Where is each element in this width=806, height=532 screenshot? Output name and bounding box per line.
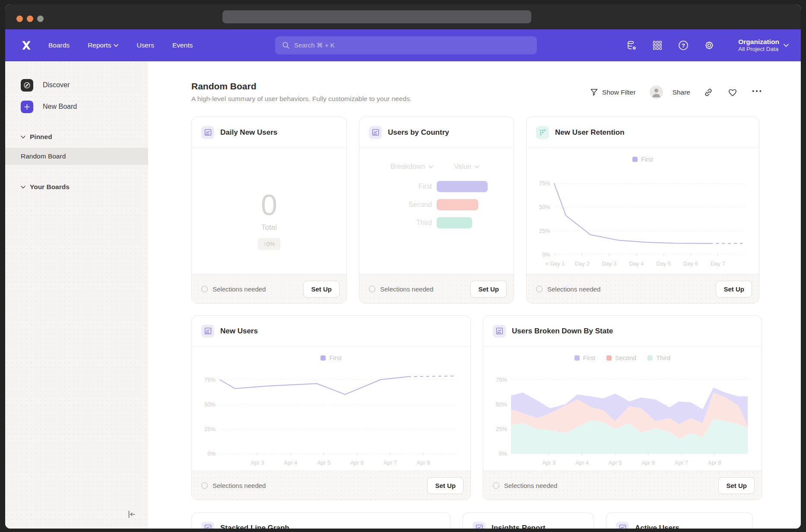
svg-text:< Day 1: < Day 1 bbox=[546, 260, 565, 267]
retention-grid-icon bbox=[536, 126, 549, 139]
board-name: Random Board bbox=[21, 152, 66, 160]
column-label: Breakdown bbox=[390, 163, 425, 171]
card-body: 0 Total ↑0% bbox=[192, 148, 346, 274]
svg-text:Apr 5: Apr 5 bbox=[609, 459, 622, 466]
window-close-button[interactable] bbox=[16, 16, 23, 22]
card-title: Insights Report bbox=[492, 524, 546, 529]
breakdown-bar bbox=[437, 217, 472, 228]
org-switcher[interactable]: Organization All Project Data bbox=[738, 38, 789, 53]
card-header: Users by Country bbox=[359, 117, 514, 148]
legend-swatch bbox=[574, 355, 580, 361]
show-filter-button[interactable]: Show Filter bbox=[590, 88, 636, 96]
card-title: Daily New Users bbox=[220, 128, 277, 137]
new-users-chart: First 75%50%25%0%Apr 3Apr 4Apr 5Apr 6Apr… bbox=[192, 347, 470, 471]
copy-link-icon[interactable] bbox=[703, 87, 714, 98]
legend-swatch bbox=[606, 355, 612, 361]
set-up-button[interactable]: Set Up bbox=[427, 477, 463, 494]
set-up-button[interactable]: Set Up bbox=[470, 281, 507, 298]
status-label: Selections needed bbox=[380, 285, 433, 293]
settings-gear-icon[interactable] bbox=[704, 40, 715, 51]
svg-text:Apr 6: Apr 6 bbox=[641, 459, 655, 466]
sidebar-item-label: New Board bbox=[43, 103, 77, 111]
card-title: New Users bbox=[220, 327, 258, 336]
card-daily-new-users: Daily New Users 0 Total ↑0% Selections n… bbox=[191, 117, 347, 304]
breakdown-row: First bbox=[359, 181, 514, 192]
card-header: New Users bbox=[192, 316, 470, 347]
chevron-down-icon bbox=[114, 44, 118, 47]
sidebar: Discover New Board Pinned Random Board bbox=[5, 61, 148, 529]
card-title: New User Retention bbox=[555, 128, 625, 137]
card-footer: Selections needed Set Up bbox=[192, 274, 346, 303]
apps-grid-icon[interactable] bbox=[652, 40, 663, 51]
set-up-button[interactable]: Set Up bbox=[303, 281, 340, 298]
browser-url-bar[interactable] bbox=[222, 10, 531, 23]
card-new-users: New Users First 75%50%25%0%Apr 3Apr 4Apr… bbox=[191, 315, 471, 500]
collapse-sidebar-icon[interactable] bbox=[126, 509, 137, 520]
sidebar-section-pinned[interactable]: Pinned bbox=[5, 133, 148, 141]
sidebar-item-new-board[interactable]: New Board bbox=[5, 100, 148, 113]
value-dropdown[interactable]: Value bbox=[454, 163, 479, 171]
metric-value: 0 bbox=[261, 188, 277, 222]
status-circle-icon bbox=[369, 286, 375, 292]
sidebar-item-discover[interactable]: Discover bbox=[5, 79, 148, 92]
breakdown-row: Third bbox=[359, 217, 514, 228]
data-management-icon[interactable] bbox=[626, 40, 637, 51]
breakdown-row: Second bbox=[359, 199, 514, 210]
set-up-button[interactable]: Set Up bbox=[716, 281, 752, 298]
favorite-heart-icon[interactable] bbox=[727, 87, 738, 98]
help-icon[interactable]: ? bbox=[678, 40, 689, 51]
chevron-down-icon bbox=[21, 186, 25, 189]
line-chart-icon bbox=[201, 126, 214, 139]
page-title: Random Board bbox=[191, 81, 412, 92]
nav-item-reports[interactable]: Reports bbox=[88, 41, 118, 49]
window-minimize-button[interactable] bbox=[27, 16, 33, 22]
legend-item: Second bbox=[606, 355, 636, 361]
search-input[interactable]: Search ⌘ + K bbox=[275, 36, 537, 54]
card-title: Users by Country bbox=[388, 128, 449, 137]
nav-item-users[interactable]: Users bbox=[136, 41, 154, 49]
card-header: Insights Report bbox=[463, 513, 593, 529]
svg-text:50%: 50% bbox=[496, 401, 507, 408]
svg-text:75%: 75% bbox=[496, 377, 507, 383]
card-body: First 75%50%25%0%Apr 3Apr 4Apr 5Apr 6Apr… bbox=[192, 347, 470, 471]
sidebar-section-your-boards[interactable]: Your Boards bbox=[5, 183, 148, 191]
nav-item-events[interactable]: Events bbox=[172, 41, 193, 49]
card-body: First 75%50%25%0%< Day 1Day 2Day 3Day 4D… bbox=[527, 148, 759, 274]
svg-text:Apr 3: Apr 3 bbox=[251, 459, 264, 466]
card-header: Daily New Users bbox=[192, 117, 346, 148]
svg-text:Apr 7: Apr 7 bbox=[384, 459, 397, 466]
share-button[interactable]: Share bbox=[673, 89, 690, 96]
more-options-icon[interactable] bbox=[752, 87, 762, 98]
sidebar-item-random-board[interactable]: Random Board bbox=[5, 148, 148, 165]
mixpanel-logo-icon[interactable] bbox=[21, 40, 32, 51]
page-subtitle: A high-level summary of user behaviors. … bbox=[191, 95, 412, 103]
breakdown-bar bbox=[437, 181, 488, 192]
status-label: Selections needed bbox=[213, 482, 266, 489]
breakdown-dropdown[interactable]: Breakdown bbox=[390, 163, 433, 171]
status-label: Selections needed bbox=[213, 285, 266, 293]
window-zoom-button[interactable] bbox=[37, 16, 44, 22]
breakdown-columns: Breakdown Value bbox=[359, 163, 514, 171]
app-body: Discover New Board Pinned Random Board bbox=[5, 61, 801, 529]
card-title: Active Users bbox=[635, 524, 679, 529]
chevron-down-icon bbox=[475, 165, 479, 168]
card-users-by-country: Users by Country Breakdown bbox=[359, 117, 514, 304]
avatar[interactable] bbox=[650, 86, 663, 99]
state-stacked-chart: FirstSecondThird 75%50%25%0%Apr 3Apr 4Ap… bbox=[483, 347, 762, 471]
traffic-lights bbox=[16, 16, 44, 22]
card-footer: Selections needed Set Up bbox=[527, 274, 759, 303]
top-nav: Boards Reports Users Events Search ⌘ + K bbox=[5, 29, 801, 61]
card-footer: Selections needed Set Up bbox=[359, 274, 514, 303]
nav-items: Boards Reports Users Events bbox=[48, 41, 193, 49]
column-label: Value bbox=[454, 163, 471, 171]
svg-text:Day 5: Day 5 bbox=[656, 260, 671, 267]
line-chart-icon bbox=[369, 126, 382, 139]
compass-icon bbox=[21, 79, 33, 92]
breakdown-label: Third bbox=[359, 219, 432, 227]
chart-legend: First bbox=[200, 355, 463, 361]
legend-item: First bbox=[320, 355, 341, 361]
status-label: Selections needed bbox=[547, 285, 600, 293]
set-up-button[interactable]: Set Up bbox=[718, 477, 755, 494]
funnel-icon bbox=[590, 88, 598, 96]
nav-item-boards[interactable]: Boards bbox=[48, 41, 70, 49]
